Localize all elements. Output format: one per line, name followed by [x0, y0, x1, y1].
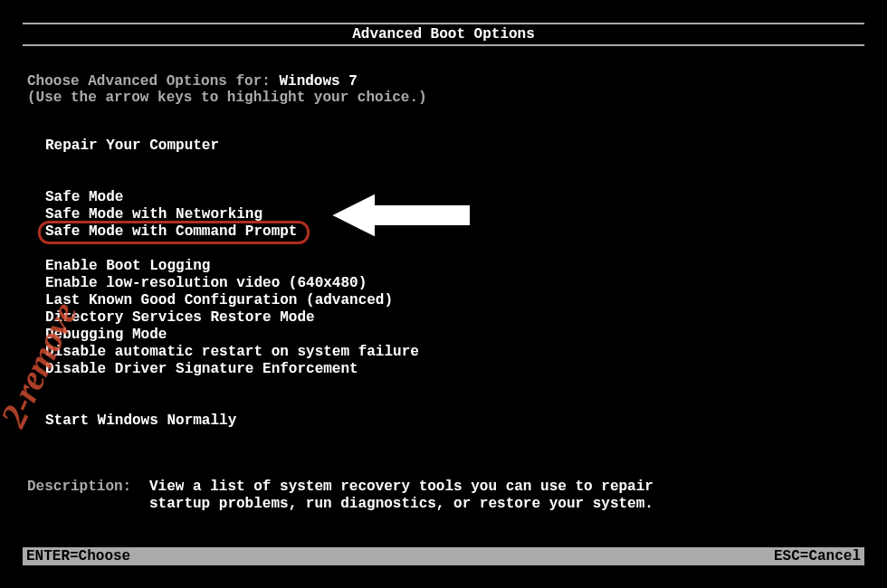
page-title: Advanced Boot Options: [352, 26, 535, 43]
title-bar: Advanced Boot Options: [23, 23, 864, 46]
footer-esc: ESC=Cancel: [774, 548, 861, 564]
option-low-res[interactable]: Enable low-resolution video (640x480): [27, 275, 367, 292]
intro-prefix: Choose Advanced Options for:: [27, 73, 279, 90]
description-text: View a list of system recovery tools you…: [149, 479, 653, 513]
option-start-normally[interactable]: Start Windows Normally: [27, 413, 236, 430]
footer-bar: ENTER=Choose ESC=Cancel: [23, 547, 864, 565]
option-disable-driver-sig[interactable]: Disable Driver Signature Enforcement: [27, 361, 358, 378]
option-boot-logging[interactable]: Enable Boot Logging: [27, 258, 210, 275]
option-safe-mode[interactable]: Safe Mode: [27, 189, 123, 206]
option-last-known-good[interactable]: Last Known Good Configuration (advanced): [27, 292, 393, 309]
option-repair[interactable]: Repair Your Computer: [27, 138, 219, 155]
intro-help: (Use the arrow keys to highlight your ch…: [27, 90, 860, 106]
footer-enter: ENTER=Choose: [26, 548, 130, 564]
options-list: Repair Your Computer Safe Mode Safe Mode…: [27, 138, 860, 430]
option-debugging[interactable]: Debugging Mode: [27, 327, 167, 344]
intro-line: Choose Advanced Options for: Windows 7: [27, 73, 860, 90]
description-label: Description:: [27, 479, 149, 513]
option-directory-services[interactable]: Directory Services Restore Mode: [27, 309, 315, 327]
option-safe-mode-networking[interactable]: Safe Mode with Networking: [27, 206, 262, 223]
os-name: Windows 7: [279, 73, 357, 90]
description-line1: View a list of system recovery tools you…: [149, 479, 653, 496]
option-disable-restart[interactable]: Disable automatic restart on system fail…: [27, 344, 419, 361]
option-safe-mode-cmd[interactable]: Safe Mode with Command Prompt: [27, 223, 297, 241]
content-area: Choose Advanced Options for: Windows 7 (…: [0, 46, 887, 513]
description-row: Description: View a list of system recov…: [27, 479, 860, 513]
description-line2: startup problems, run diagnostics, or re…: [149, 496, 653, 513]
